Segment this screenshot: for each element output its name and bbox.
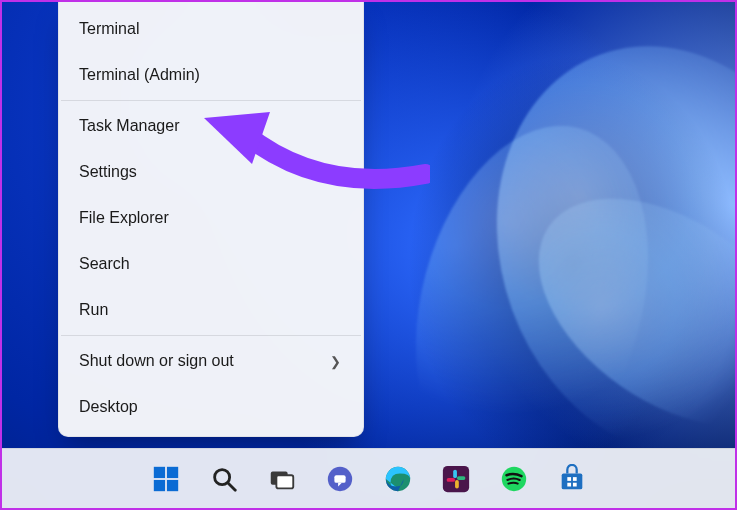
menu-item-label: Terminal: [79, 20, 343, 38]
chat-icon: [325, 464, 355, 494]
svg-rect-8: [276, 475, 293, 488]
menu-item-label: Search: [79, 255, 343, 273]
taskbar-search[interactable]: [200, 455, 248, 503]
svg-rect-22: [572, 482, 576, 486]
menu-item-label: Task Manager: [79, 117, 343, 135]
menu-item-search[interactable]: Search: [59, 241, 363, 287]
chevron-right-icon: ❯: [330, 354, 341, 369]
svg-line-6: [227, 482, 235, 490]
menu-item-terminal-admin[interactable]: Terminal (Admin): [59, 52, 363, 98]
start-icon: [151, 464, 181, 494]
menu-item-terminal[interactable]: Terminal: [59, 6, 363, 52]
svg-rect-14: [456, 476, 464, 480]
search-icon: [209, 464, 239, 494]
svg-rect-2: [166, 466, 177, 477]
store-icon: [557, 464, 587, 494]
svg-rect-20: [572, 477, 576, 481]
menu-separator: [61, 100, 361, 101]
menu-item-label: File Explorer: [79, 209, 343, 227]
task-view-icon: [267, 464, 297, 494]
menu-item-file-explorer[interactable]: File Explorer: [59, 195, 363, 241]
svg-rect-15: [455, 479, 459, 487]
menu-item-label: Run: [79, 301, 343, 319]
menu-item-settings[interactable]: Settings: [59, 149, 363, 195]
edge-icon: [383, 464, 413, 494]
menu-item-label: Shut down or sign out: [79, 352, 330, 370]
taskbar-teams-chat[interactable]: [316, 455, 364, 503]
svg-rect-1: [153, 466, 164, 477]
menu-item-label: Settings: [79, 163, 343, 181]
taskbar-slack[interactable]: [432, 455, 480, 503]
spotify-icon: [499, 464, 529, 494]
svg-rect-4: [166, 479, 177, 490]
menu-separator: [61, 335, 361, 336]
start-context-menu: Terminal Terminal (Admin) Task Manager S…: [58, 2, 364, 437]
taskbar-edge[interactable]: [374, 455, 422, 503]
menu-item-label: Desktop: [79, 398, 343, 416]
menu-item-desktop[interactable]: Desktop: [59, 384, 363, 430]
menu-item-shutdown-signout[interactable]: Shut down or sign out ❯: [59, 338, 363, 384]
svg-rect-18: [561, 473, 582, 489]
svg-rect-12: [442, 465, 468, 491]
svg-rect-16: [446, 478, 454, 482]
menu-item-label: Terminal (Admin): [79, 66, 343, 84]
svg-rect-10: [334, 475, 345, 483]
taskbar-spotify[interactable]: [490, 455, 538, 503]
taskbar-task-view[interactable]: [258, 455, 306, 503]
menu-item-task-manager[interactable]: Task Manager: [59, 103, 363, 149]
menu-item-run[interactable]: Run: [59, 287, 363, 333]
svg-rect-19: [567, 477, 571, 481]
svg-rect-21: [567, 482, 571, 486]
slack-icon: [441, 464, 471, 494]
taskbar-start[interactable]: [142, 455, 190, 503]
taskbar-microsoft-store[interactable]: [548, 455, 596, 503]
svg-rect-3: [153, 479, 164, 490]
svg-rect-13: [453, 469, 457, 477]
taskbar: W: [2, 448, 735, 508]
